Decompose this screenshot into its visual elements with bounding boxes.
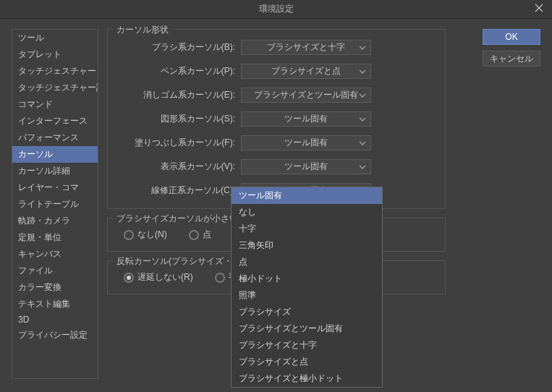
dropdown-menu-item[interactable]: ブラシサイズと十字 — [232, 337, 382, 354]
dropdown-menu-item[interactable]: ブラシサイズ — [232, 304, 382, 320]
sidebar-item[interactable]: コマンド — [12, 96, 98, 113]
sidebar-item[interactable]: カーソル詳細 — [12, 163, 98, 179]
titlebar: 環境設定 — [0, 0, 552, 19]
sidebar-item[interactable]: テキスト編集 — [12, 296, 98, 312]
cursor-row: ペン系カーソル(P):ブラシサイズと点 — [118, 64, 435, 79]
sidebar-item[interactable]: パフォーマンス — [12, 129, 98, 146]
cursor-dropdown[interactable]: ツール固有 — [241, 159, 371, 174]
sidebar-item[interactable]: タブレット — [12, 46, 98, 63]
sidebar-item[interactable]: 軌跡・カメラ — [12, 213, 98, 229]
category-sidebar: ツールタブレットタッチジェスチャータッチジェスチャー詳細コマンドインターフェース… — [12, 29, 98, 379]
cursor-dropdown[interactable]: ツール固有 — [241, 135, 371, 150]
dropdown-value: ブラシサイズとツール固有 — [254, 89, 358, 101]
cursor-dropdown[interactable]: ツール固有 — [241, 111, 371, 127]
fieldset-cursor-shape: カーソル形状 ブラシ系カーソル(B):ブラシサイズと十字ペン系カーソル(P):ブ… — [107, 29, 446, 209]
sidebar-item[interactable]: キャンバス — [12, 246, 98, 263]
ok-button[interactable]: OK — [483, 29, 540, 45]
sidebar-item[interactable]: 3D — [12, 312, 98, 327]
chevron-down-icon — [359, 164, 366, 170]
chevron-down-icon — [359, 45, 366, 51]
cursor-row: 図形系カーソル(S):ツール固有 — [118, 111, 435, 127]
sidebar-item[interactable]: ライトテーブル — [12, 196, 98, 213]
sidebar-item[interactable]: カラー変換 — [12, 279, 98, 296]
dropdown-menu-item[interactable]: ブラシサイズと極小ドット — [232, 370, 382, 387]
radio-label: 点 — [203, 229, 211, 241]
cursor-row: 塗りつぶし系カーソル(F):ツール固有 — [118, 135, 435, 150]
cursor-label: 図形系カーソル(S): — [118, 113, 241, 125]
cursor-row: ブラシ系カーソル(B):ブラシサイズと十字 — [118, 40, 435, 55]
cursor-dropdown[interactable]: ブラシサイズとツール固有 — [241, 88, 371, 103]
radio-icon — [215, 273, 225, 283]
chevron-down-icon — [359, 93, 366, 98]
main-panel: カーソル形状 ブラシ系カーソル(B):ブラシサイズと十字ペン系カーソル(P):ブ… — [107, 29, 540, 379]
dropdown-menu-item[interactable]: 三角矢印 — [232, 237, 382, 254]
dropdown-menu-item[interactable]: 点 — [232, 254, 382, 270]
radio-icon — [124, 273, 134, 283]
close-icon[interactable] — [535, 4, 546, 15]
legend-cursor-shape: カーソル形状 — [114, 24, 171, 36]
dropdown-menu-item[interactable]: なし — [232, 204, 382, 221]
dropdown-value: ツール固有 — [284, 113, 328, 125]
sidebar-item[interactable]: インターフェース — [12, 113, 98, 129]
cursor-label: ブラシ系カーソル(B): — [118, 41, 241, 54]
chevron-down-icon — [359, 116, 366, 122]
chevron-down-icon — [359, 140, 366, 146]
cursor-label: 表示系カーソル(V): — [118, 161, 241, 173]
cursor-row: 表示系カーソル(V):ツール固有 — [118, 159, 435, 174]
radio-option[interactable]: なし(N) — [124, 229, 167, 241]
sidebar-item[interactable]: タッチジェスチャー詳細 — [12, 80, 98, 96]
dropdown-menu-item[interactable]: 十字 — [232, 221, 382, 237]
sidebar-item[interactable]: ファイル — [12, 263, 98, 279]
radio-option[interactable]: 点 — [189, 229, 211, 241]
sidebar-item[interactable]: カーソル — [12, 146, 98, 163]
dropdown-menu-item[interactable]: ブラシサイズとツール固有 — [232, 320, 382, 337]
cursor-label: 線修正系カーソル(C): — [118, 184, 241, 197]
sidebar-item[interactable]: ツール — [12, 30, 98, 46]
dropdown-menu[interactable]: ツール固有なし十字三角矢印点極小ドット照準ブラシサイズブラシサイズとツール固有ブ… — [231, 187, 383, 388]
sidebar-item[interactable]: レイヤー・コマ — [12, 179, 98, 196]
window-title: 環境設定 — [259, 3, 294, 15]
fieldset-small-cursor: ブラシサイズカーソルが小さい時の なし(N)点 ツール固有なし十字三角矢印点極小… — [107, 218, 446, 252]
radio-icon — [189, 230, 199, 240]
cursor-label: ペン系カーソル(P): — [118, 65, 241, 77]
dropdown-value: ブラシサイズと十字 — [267, 41, 345, 54]
cursor-row: 消しゴム系カーソル(E):ブラシサイズとツール固有 — [118, 88, 435, 103]
chevron-down-icon — [359, 69, 366, 74]
sidebar-item[interactable]: タッチジェスチャー — [12, 63, 98, 80]
radio-icon — [124, 230, 134, 240]
cursor-label: 消しゴム系カーソル(E): — [118, 89, 241, 101]
radio-label: 遅延しない(R) — [137, 271, 193, 284]
cursor-dropdown[interactable]: ブラシサイズと十字 — [241, 40, 371, 55]
sidebar-item[interactable]: 定規・単位 — [12, 229, 98, 246]
dropdown-menu-item[interactable]: 照準 — [232, 287, 382, 304]
dropdown-menu-item[interactable]: 極小ドット — [232, 270, 382, 287]
sidebar-item[interactable]: プライバシー設定 — [12, 327, 98, 344]
radio-label: なし(N) — [137, 229, 167, 241]
cursor-dropdown[interactable]: ブラシサイズと点 — [241, 64, 371, 79]
dropdown-value: ツール固有 — [284, 137, 328, 149]
radio-option[interactable]: 遅延しない(R) — [124, 271, 193, 284]
dropdown-value: ツール固有 — [284, 161, 328, 173]
dialog-buttons: OK キャンセル — [483, 29, 540, 67]
dropdown-menu-item[interactable]: ツール固有 — [232, 187, 382, 204]
content: ツールタブレットタッチジェスチャータッチジェスチャー詳細コマンドインターフェース… — [0, 19, 552, 389]
cursor-label: 塗りつぶし系カーソル(F): — [118, 137, 241, 149]
cancel-button[interactable]: キャンセル — [483, 51, 540, 67]
dropdown-menu-item[interactable]: ブラシサイズと点 — [232, 354, 382, 370]
dropdown-value: ブラシサイズと点 — [271, 65, 341, 77]
